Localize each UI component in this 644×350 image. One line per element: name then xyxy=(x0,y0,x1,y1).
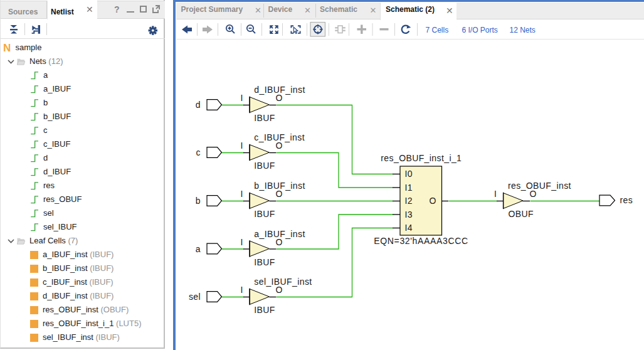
svg-text:I: I xyxy=(241,141,243,151)
svg-text:IBUF: IBUF xyxy=(254,161,275,171)
svg-text:12 Nets: 12 Nets xyxy=(510,26,536,34)
svg-text:sel: sel xyxy=(189,292,201,302)
svg-text:IBUF: IBUF xyxy=(254,305,275,315)
svg-text:OBUF: OBUF xyxy=(509,209,534,219)
svg-text:EQN=32'hAAAA3CCC: EQN=32'hAAAA3CCC xyxy=(374,236,468,246)
svg-text:IBUF: IBUF xyxy=(254,113,275,123)
svg-text:c: c xyxy=(196,147,201,157)
svg-text:I: I xyxy=(494,189,497,199)
svg-text:IBUF: IBUF xyxy=(254,257,275,267)
svg-text:c_IBUF_inst: c_IBUF_inst xyxy=(254,132,305,142)
svg-text:a: a xyxy=(196,244,201,254)
svg-text:res_OBUF_inst_i_1: res_OBUF_inst_i_1 xyxy=(381,153,462,163)
svg-text:6 I/O Ports: 6 I/O Ports xyxy=(462,26,498,34)
svg-text:O: O xyxy=(430,196,436,206)
svg-text:7 Cells: 7 Cells xyxy=(426,26,449,34)
svg-text:I3: I3 xyxy=(405,209,413,220)
svg-text:I2: I2 xyxy=(405,196,413,206)
svg-text:b: b xyxy=(196,196,201,206)
svg-text:d: d xyxy=(196,100,201,110)
svg-text:res: res xyxy=(620,195,633,205)
svg-text:I: I xyxy=(241,93,243,103)
svg-text:I0: I0 xyxy=(405,169,413,179)
svg-text:I1: I1 xyxy=(405,183,413,193)
svg-text:I: I xyxy=(241,237,243,247)
svg-text:I: I xyxy=(241,189,243,199)
svg-text:d_IBUF_inst: d_IBUF_inst xyxy=(254,85,305,95)
svg-text:sel_IBUF_inst: sel_IBUF_inst xyxy=(254,277,312,287)
svg-text:b_IBUF_inst: b_IBUF_inst xyxy=(254,181,305,191)
svg-text:a_IBUF_inst: a_IBUF_inst xyxy=(254,229,305,239)
svg-text:I: I xyxy=(241,285,243,295)
svg-text:I4: I4 xyxy=(405,223,413,233)
svg-text:res_OBUF_inst: res_OBUF_inst xyxy=(508,181,571,191)
svg-text:IBUF: IBUF xyxy=(254,209,275,219)
